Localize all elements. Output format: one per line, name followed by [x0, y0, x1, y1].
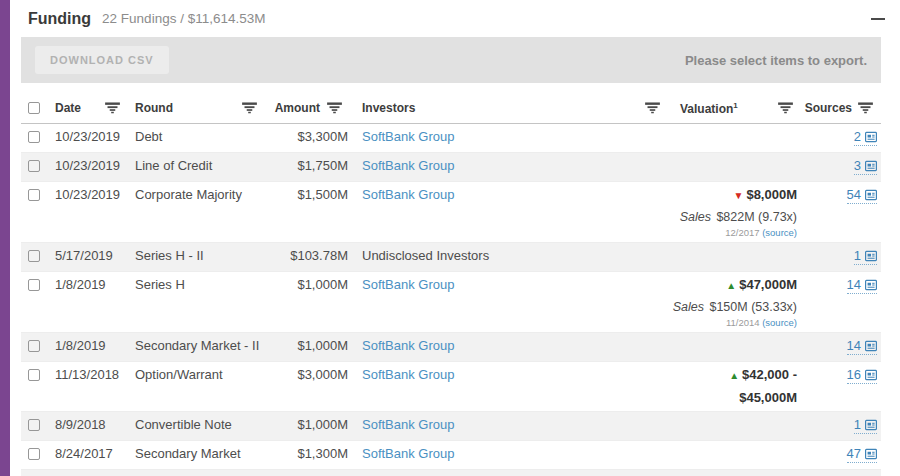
row-checkbox[interactable]: [28, 369, 40, 381]
investor-link[interactable]: SoftBank Group: [362, 367, 455, 382]
table-row: 1/8/2019 Series H $1,000M SoftBank Group…: [21, 272, 881, 333]
trend-up-icon: ▲: [726, 280, 736, 291]
valuation-source-link[interactable]: (source): [762, 227, 797, 238]
row-checkbox[interactable]: [28, 189, 40, 201]
column-header-valuation: Valuation1: [680, 101, 738, 116]
funding-amount: $103.78M: [265, 243, 350, 269]
sources-link[interactable]: 14: [847, 338, 877, 355]
table-row: 10/23/2019 Corporate Majority $1,500M So…: [21, 182, 881, 243]
investor-name: Undisclosed Investors: [362, 248, 489, 263]
funding-investors: SoftBank Group: [350, 441, 668, 467]
funding-round: Option/Warrant: [128, 362, 265, 388]
valuation-sales-multiple: Sales $150M (53.33x): [668, 299, 797, 316]
funding-investors: Undisclosed Investors: [350, 243, 668, 269]
valuation-value: ▲$21,200M: [668, 470, 797, 476]
news-icon: [865, 160, 877, 172]
funding-date: 5/17/2019: [46, 243, 128, 269]
row-checkbox[interactable]: [28, 419, 40, 431]
funding-amount: $1,500M: [265, 182, 350, 208]
funding-round: Series G - III: [128, 470, 265, 476]
sources-link[interactable]: 2: [854, 129, 877, 146]
news-icon: [865, 369, 877, 381]
sources-count: 16: [847, 367, 861, 382]
export-toolbar: DOWNLOAD CSV Please select items to expo…: [21, 37, 881, 83]
filter-icon[interactable]: [105, 102, 120, 114]
funding-valuation: [668, 412, 800, 414]
row-checkbox[interactable]: [28, 131, 40, 143]
table-row: 11/13/2018 Option/Warrant $3,000M SoftBa…: [21, 362, 881, 412]
funding-date: 8/9/2018: [46, 412, 128, 438]
collapse-panel-icon[interactable]: [870, 11, 886, 27]
sources-count: 14: [847, 338, 861, 353]
investor-link[interactable]: SoftBank Group: [362, 187, 455, 202]
news-icon: [865, 340, 877, 352]
funding-amount: $3,000M: [265, 362, 350, 388]
filter-icon[interactable]: [242, 102, 257, 114]
table-row: 8/9/2018 Convertible Note $1,000M SoftBa…: [21, 412, 881, 441]
valuation-asof: 11/2014 (source): [668, 316, 797, 330]
sources-link[interactable]: 16: [847, 367, 877, 384]
funding-panel: Funding 22 Fundings / $11,614.53M DOWNLO…: [0, 0, 900, 476]
select-all-checkbox[interactable]: [28, 102, 40, 114]
funding-investors: SoftBank Group: [350, 182, 668, 208]
row-checkbox[interactable]: [28, 279, 40, 291]
sources-count: 3: [854, 158, 861, 173]
export-hint: Please select items to export.: [685, 53, 869, 68]
funding-valuation: [668, 243, 800, 245]
valuation-source-link[interactable]: (source): [762, 317, 797, 328]
table-body: 10/23/2019 Debt $3,300M SoftBank Group 2…: [21, 124, 881, 476]
funding-investors: SoftBank Group: [350, 272, 668, 298]
news-icon: [865, 131, 877, 143]
funding-table: Date Round Amount Investors Valuation1: [21, 93, 881, 476]
funding-round: Line of Credit: [128, 153, 265, 179]
valuation-value-range-end: $45,000M: [668, 389, 797, 409]
filter-icon[interactable]: [327, 102, 342, 114]
sources-count: 47: [847, 446, 861, 461]
funding-investors: SoftBank Group: [350, 124, 668, 150]
row-checkbox[interactable]: [28, 340, 40, 352]
filter-icon[interactable]: [858, 102, 873, 114]
funding-investors: SoftBank Group: [350, 412, 668, 438]
funding-investors: SoftBank Group: [350, 362, 668, 388]
table-header-row: Date Round Amount Investors Valuation1: [21, 93, 881, 124]
funding-date: 8/24/2017: [46, 470, 128, 476]
row-checkbox[interactable]: [28, 448, 40, 460]
funding-valuation: [668, 153, 800, 155]
sources-link[interactable]: 14: [847, 277, 877, 294]
filter-icon[interactable]: [645, 102, 660, 114]
trend-up-icon: ▲: [729, 370, 739, 381]
investor-link[interactable]: SoftBank Group: [362, 277, 455, 292]
funding-valuation: ▲$47,000MSales $150M (53.33x)11/2014 (so…: [668, 272, 800, 332]
funding-valuation: ▲$42,000 -$45,000M: [668, 362, 800, 411]
investor-link[interactable]: SoftBank Group: [362, 446, 455, 461]
sources-count: 1: [854, 417, 861, 432]
news-icon: [865, 250, 877, 262]
filter-icon[interactable]: [778, 102, 793, 114]
sources-link[interactable]: 1: [854, 417, 877, 434]
sources-link[interactable]: 3: [854, 158, 877, 175]
news-icon: [865, 279, 877, 291]
news-icon: [865, 419, 877, 431]
funding-investors: SoftBank Group: [350, 333, 668, 359]
investor-link[interactable]: SoftBank Group: [362, 338, 455, 353]
row-checkbox[interactable]: [28, 250, 40, 262]
investor-link[interactable]: SoftBank Group: [362, 417, 455, 432]
funding-amount: $1,300M: [265, 441, 350, 467]
sources-link[interactable]: 1: [854, 248, 877, 265]
funding-round: Debt: [128, 124, 265, 150]
funding-amount: $1,000M: [265, 412, 350, 438]
investor-link[interactable]: SoftBank Group: [362, 158, 455, 173]
download-csv-button[interactable]: DOWNLOAD CSV: [35, 46, 169, 74]
sources-link[interactable]: 54: [847, 187, 877, 204]
table-row: 8/24/2017 Series G - III $1,700M SoftBan…: [21, 470, 881, 476]
funding-date: 10/23/2019: [46, 124, 128, 150]
sources-count: 54: [847, 187, 861, 202]
funding-round: Secondary Market - II: [128, 333, 265, 359]
investor-link[interactable]: SoftBank Group: [362, 129, 455, 144]
accent-strip: [0, 0, 10, 476]
funding-valuation: [668, 441, 800, 443]
sources-link[interactable]: 47: [847, 446, 877, 463]
funding-date: 11/13/2018: [46, 362, 128, 388]
valuation-asof: 12/2017 (source): [668, 226, 797, 240]
row-checkbox[interactable]: [28, 160, 40, 172]
